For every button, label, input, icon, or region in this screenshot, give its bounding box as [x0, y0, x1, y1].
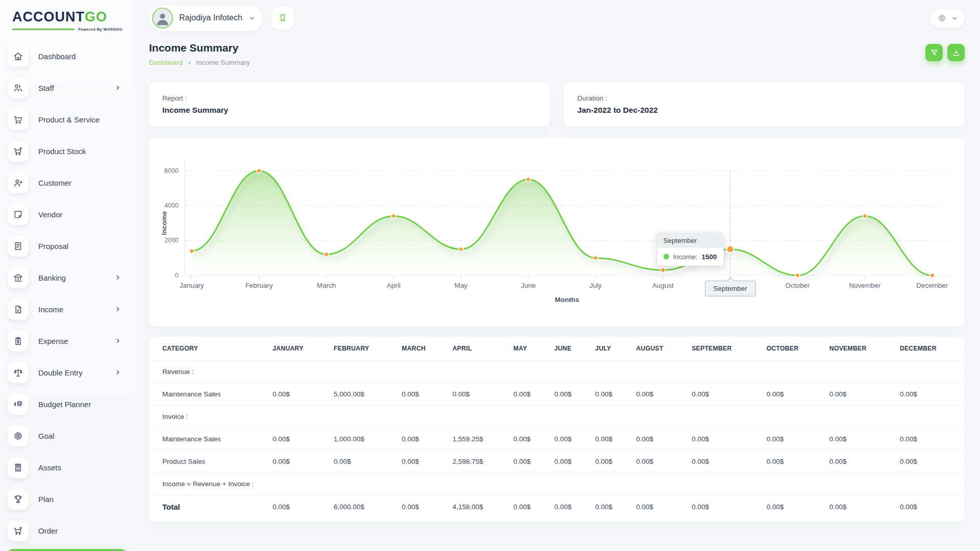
- powered-by-label: Powered By WORKDO: [78, 27, 122, 32]
- row-month-value: 0.00$: [824, 383, 895, 406]
- column-header-month: AUGUST: [631, 337, 687, 361]
- sidebar-item-order[interactable]: Order: [6, 517, 128, 544]
- sidebar-item-customer[interactable]: Customer: [6, 169, 128, 196]
- row-month-value: 0.00$: [687, 495, 761, 519]
- column-header-month: NOVEMBER: [824, 337, 895, 361]
- customer-icon: [13, 178, 23, 188]
- bookmark-icon: [278, 13, 288, 23]
- sidebar-item-label: Goal: [38, 432, 122, 440]
- sidebar-item-label: Dashboard: [38, 52, 122, 61]
- sidebar-item-product-service[interactable]: Product & Service: [6, 106, 128, 133]
- sidebar-item-banking[interactable]: Banking: [6, 264, 128, 291]
- row-category-label: Product Sales: [149, 450, 267, 473]
- sidebar-item-budget-planner[interactable]: Budget Planner: [6, 391, 128, 417]
- row-month-value: 0.00$: [549, 428, 590, 450]
- company-selector[interactable]: Rajodiya Infotech: [149, 5, 262, 31]
- sidebar-item-dashboard[interactable]: Dashboard: [6, 43, 128, 69]
- download-icon: [952, 48, 961, 57]
- vendor-icon: [13, 209, 23, 220]
- sidebar-item-label: Vendor: [38, 210, 122, 219]
- sidebar-item-goal[interactable]: Goal: [6, 422, 128, 449]
- svg-text:2000: 2000: [164, 237, 179, 244]
- row-month-value: 0.00$: [267, 428, 329, 450]
- sidebar-item-label: Budget Planner: [38, 400, 122, 409]
- sidebar-item-label: Customer: [38, 179, 122, 187]
- sidebar-item-label: Staff: [38, 84, 105, 92]
- svg-text:August: August: [652, 282, 674, 289]
- svg-text:July: July: [590, 282, 602, 289]
- table-section-label: Income = Revenue + Invoice :: [149, 473, 965, 495]
- sidebar-item-staff[interactable]: Staff: [6, 74, 128, 101]
- budget-planner-icon: [13, 399, 23, 410]
- sidebar-item-expense[interactable]: Expense: [6, 328, 128, 354]
- row-month-value: 6,000.00$: [329, 495, 397, 519]
- row-month-value: 0.00$: [549, 450, 590, 473]
- row-month-value: 0.00$: [590, 428, 631, 450]
- topbar: Rajodiya Infotech: [149, 0, 965, 36]
- row-month-value: 0.00$: [631, 383, 687, 406]
- sidebar-item-double-entry[interactable]: Double Entry: [6, 359, 128, 386]
- row-month-value: 0.00$: [895, 495, 965, 519]
- company-name: Rajodiya Infotech: [179, 13, 242, 22]
- filter-button[interactable]: [925, 44, 943, 61]
- plan-icon-box: [8, 489, 29, 510]
- sidebar: ACCOUNTGO Powered By WORKDO DashboardSta…: [0, 0, 134, 551]
- breadcrumb-dashboard-link[interactable]: Dashboard: [149, 59, 183, 66]
- expense-icon: [13, 336, 23, 346]
- svg-text:April: April: [387, 282, 401, 289]
- table-row: Product Sales0.00$0.00$0.00$2,598.75$0.0…: [149, 450, 965, 473]
- row-month-value: 0.00$: [687, 428, 761, 450]
- table-row: Maintenance Sales0.00$1,000.00$0.00$1,55…: [149, 428, 965, 450]
- table-section-row: Invoice :: [149, 406, 965, 428]
- row-month-value: 0.00$: [267, 450, 329, 473]
- row-month-value: 0.00$: [762, 428, 824, 450]
- income-summary-table: CATEGORYJANUARYFEBRUARYMARCHAPRILMAYJUNE…: [149, 337, 965, 518]
- row-month-value: 1,559.25$: [448, 428, 508, 450]
- income-chart: 0200040006000JanuaryFebruaryMarchAprilMa…: [149, 140, 965, 326]
- row-month-value: 0.00$: [397, 383, 447, 406]
- sidebar-item-report[interactable]: Report: [6, 549, 128, 551]
- income-icon: [13, 304, 23, 315]
- breadcrumb: Dashboard › Income Summary: [149, 59, 250, 66]
- duration-label: Duration :: [577, 94, 951, 102]
- budget-planner-icon-box: [8, 394, 29, 415]
- row-month-value: 0.00$: [267, 383, 329, 406]
- banking-icon: [13, 272, 23, 283]
- row-month-value: 0.00$: [895, 428, 965, 450]
- row-month-value: 0.00$: [590, 450, 631, 473]
- customer-icon-box: [8, 172, 29, 193]
- row-month-value: 2,598.75$: [448, 450, 508, 473]
- sidebar-nav: DashboardStaffProduct & ServiceProduct S…: [0, 37, 134, 551]
- sidebar-item-income[interactable]: Income: [6, 296, 128, 322]
- column-header-month: JUNE: [549, 337, 590, 361]
- sidebar-item-label: Plan: [38, 495, 122, 504]
- row-month-value: 0.00$: [631, 450, 687, 473]
- filter-icon: [930, 48, 939, 57]
- info-cards: Report : Income Summary Duration : Jan-2…: [149, 83, 965, 127]
- chevron-down-icon: [951, 15, 958, 21]
- row-category-label: Total: [149, 495, 267, 519]
- download-button[interactable]: [947, 44, 965, 61]
- column-header-month: DECEMBER: [895, 337, 965, 361]
- sidebar-item-label: Income: [38, 305, 105, 314]
- sidebar-item-product-stock[interactable]: Product Stock: [6, 138, 128, 164]
- chevron-right-icon: [114, 84, 121, 91]
- column-header-month: JULY: [590, 337, 631, 361]
- sidebar-item-proposal[interactable]: Proposal: [6, 233, 128, 259]
- table-section-row: Income = Revenue + Invoice :: [149, 473, 965, 495]
- sidebar-item-plan[interactable]: Plan: [6, 486, 128, 512]
- table-section-row: Revenue :: [149, 361, 965, 383]
- product-stock-icon-box: [8, 141, 29, 162]
- chevron-right-icon: [114, 274, 121, 281]
- sidebar-item-vendor[interactable]: Vendor: [6, 201, 128, 228]
- column-header-month: APRIL: [448, 337, 508, 361]
- row-month-value: 0.00$: [631, 428, 687, 450]
- income-summary-table-card: CATEGORYJANUARYFEBRUARYMARCHAPRILMAYJUNE…: [149, 337, 965, 521]
- bookmark-button[interactable]: [272, 7, 294, 29]
- order-icon-box: [8, 520, 29, 541]
- brand-logo[interactable]: ACCOUNTGO Powered By WORKDO: [0, 6, 134, 37]
- sidebar-item-assets[interactable]: Assets: [6, 454, 128, 481]
- main-content: Rajodiya Infotech Income Summary Dashboa…: [134, 0, 980, 551]
- language-selector[interactable]: [930, 9, 965, 28]
- sidebar-item-label: Proposal: [38, 242, 122, 251]
